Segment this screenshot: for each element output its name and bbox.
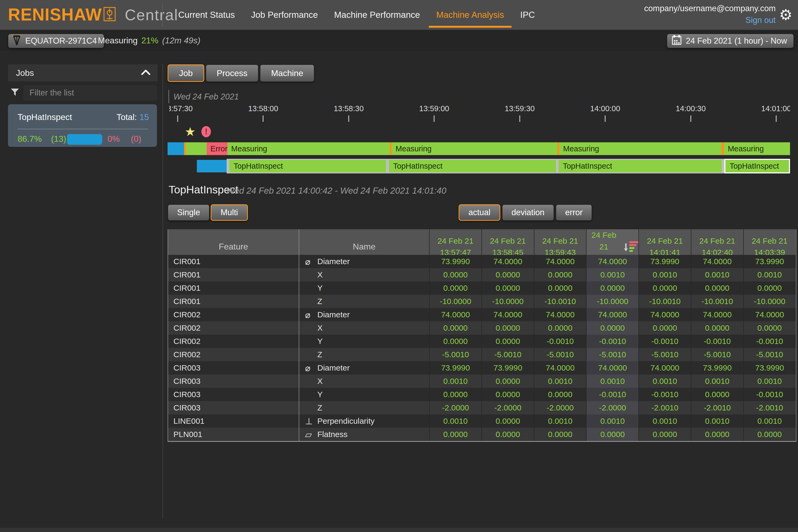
star-marker-icon[interactable]: ★ [185, 125, 195, 139]
sort-descending-icon[interactable] [624, 241, 639, 252]
table-row-cir002-x[interactable]: CIR002X0.00000.00000.00000.00000.00000.0… [168, 321, 796, 335]
error-marker-icon[interactable]: ! [201, 126, 211, 137]
machine-state-segment-green[interactable]: Measuring [724, 142, 790, 155]
machine-state-segment-green[interactable]: Measuring [559, 142, 721, 155]
sign-out-link[interactable]: Sign out [644, 15, 776, 25]
date-range-button[interactable]: 24 Feb 2021 (1 hour) - Now [667, 34, 794, 48]
job-run-segment[interactable]: TopHatInspect [389, 160, 556, 172]
chevron-up-icon[interactable] [141, 70, 151, 76]
name-cell: Z [299, 295, 429, 308]
value-cell: 0.0000 [534, 281, 586, 295]
value-cell: 0.0000 [481, 414, 534, 428]
value-cell: 0.0000 [639, 428, 691, 441]
machine-state-segment-green[interactable]: Measuring [227, 142, 390, 155]
value-cell: -2.0010 [639, 401, 691, 414]
table-row-cir003-diameter[interactable]: CIR003⌀Diameter73.999073.999074.000074.0… [168, 361, 796, 375]
table-row-cir001-x[interactable]: CIR001X0.00000.00000.00000.00100.00100.0… [168, 268, 796, 281]
value-cell: 0.0010 [691, 414, 743, 428]
feature-cell: CIR002 [168, 348, 299, 361]
table-row-cir003-x[interactable]: CIR003X0.00100.00000.00100.00100.00100.0… [168, 375, 796, 388]
gantt-machine-row[interactable]: ErrorMeasuringMeasuringMeasuringMeasurin… [168, 142, 790, 155]
nav-item-machine-performance[interactable]: Machine Performance [327, 0, 428, 30]
value-cell: -2.0000 [429, 401, 481, 414]
value-cell: 0.0000 [691, 281, 743, 295]
machine-state-segment-orange[interactable] [557, 142, 559, 155]
value-cell: 0.0000 [691, 388, 743, 401]
value-tab-deviation[interactable]: deviation [502, 204, 554, 221]
value-cell: -10.0010 [691, 295, 743, 308]
value-cell: 0.0000 [481, 428, 534, 441]
job-setup-segment[interactable] [197, 160, 227, 172]
table-row-cir001-z[interactable]: CIR001Z-10.0000-10.0000-10.0010-10.0000-… [168, 295, 796, 308]
table-row-cir001-diameter[interactable]: CIR001⌀Diameter73.999074.000074.000074.0… [168, 255, 796, 268]
value-cell: -10.0000 [429, 295, 481, 308]
feature-cell: CIR001 [168, 268, 299, 281]
value-tabs: actualdeviationerror [459, 204, 592, 221]
value-cell: 73.9990 [743, 361, 796, 375]
table-row-cir002-y[interactable]: CIR002Y0.00000.0000-0.0010-0.0010-0.0010… [168, 335, 796, 348]
mode-tab-multi[interactable]: Multi [211, 204, 248, 221]
value-cell: -5.0010 [534, 348, 586, 361]
value-cell: -10.0000 [743, 295, 796, 308]
machine-state-segment-green[interactable]: Measuring [392, 142, 557, 155]
jobs-panel-title: Jobs [16, 68, 34, 78]
name-cell: Z [299, 401, 429, 414]
job-card-tophatinspect[interactable]: TopHatInspect Total:15 86.7% (13) 0% (0) [8, 104, 157, 147]
table-row-cir001-y[interactable]: CIR001Y0.00000.00000.00000.00000.00000.0… [168, 281, 796, 295]
tick-mark [519, 115, 520, 122]
machine-state-segment-orange[interactable] [184, 142, 186, 155]
machine-state-segment-green[interactable] [186, 142, 207, 155]
timeline-date-label: Wed 24 Feb 2021 [173, 92, 239, 101]
view-tab-job[interactable]: Job [168, 64, 204, 82]
name-cell: X [299, 375, 429, 388]
mode-tab-single[interactable]: Single [168, 204, 210, 221]
value-cell: 74.0000 [586, 255, 639, 268]
table-row-pln001-flatness[interactable]: PLN001▱Flatness0.00000.00000.00000.00000… [168, 428, 796, 441]
gantt-job-row[interactable]: TopHatInspectTopHatInspectTopHatInspectT… [168, 159, 790, 173]
view-tab-machine[interactable]: Machine [260, 64, 315, 82]
renishaw-central-app: RENISHAW Central Current StatusJob Perfo… [0, 0, 798, 532]
jobs-panel-header[interactable]: Jobs [8, 64, 157, 81]
nav-item-ipc[interactable]: IPC [513, 0, 543, 30]
machine-state-segment-blue[interactable] [168, 142, 184, 155]
view-tab-process[interactable]: Process [206, 64, 259, 82]
renishaw-logo: RENISHAW [8, 5, 102, 24]
name-label: X [317, 270, 323, 279]
table-row-cir002-diameter[interactable]: CIR002⌀Diameter74.000074.000074.000074.0… [168, 308, 796, 321]
value-tab-actual[interactable]: actual [459, 204, 500, 221]
nav-item-job-performance[interactable]: Job Performance [244, 0, 325, 30]
nav-item-machine-analysis[interactable]: Machine Analysis [429, 0, 512, 30]
content-divider [163, 64, 163, 518]
table-row-cir003-z[interactable]: CIR003Z-2.0000-2.0000-2.0000-2.0000-2.00… [168, 401, 796, 414]
settings-gear-icon[interactable]: ⚙ [778, 7, 793, 22]
results-table-body: CIR001⌀Diameter73.999074.000074.000074.0… [168, 255, 796, 441]
tick-mark [776, 115, 777, 122]
value-cell: 74.0000 [691, 255, 743, 268]
table-row-cir002-z[interactable]: CIR002Z-5.0010-5.0010-5.0010-5.0010-5.00… [168, 348, 796, 361]
feature-cell: CIR001 [168, 281, 299, 295]
machine-state-segment-orange[interactable] [390, 142, 392, 155]
machine-state-segment-orange[interactable] [721, 142, 724, 155]
job-run-segment[interactable]: TopHatInspect [558, 160, 722, 172]
machine-state-segment-error[interactable]: Error [207, 142, 227, 155]
job-run-segment[interactable]: TopHatInspect [229, 160, 386, 172]
filter-input[interactable] [23, 84, 157, 101]
table-row-cir003-y[interactable]: CIR003Y0.00000.00000.0000-0.0010-0.00100… [168, 388, 796, 401]
value-cell: -2.0010 [691, 401, 743, 414]
name-label: Diameter [317, 257, 350, 266]
segment-label: Measuring [392, 145, 432, 153]
feature-cell: CIR002 [168, 308, 299, 321]
name-cell: Y [299, 281, 429, 295]
value-tab-error[interactable]: error [556, 204, 592, 221]
view-tabs: JobProcessMachine [168, 64, 315, 82]
table-row-line001-perpendicularity[interactable]: LINE001⊥Perpendicularity0.00100.00000.00… [168, 414, 796, 428]
nav-item-current-status[interactable]: Current Status [171, 0, 242, 30]
feature-cell: LINE001 [168, 414, 299, 428]
job-run-segment-selected[interactable]: TopHatInspect [724, 159, 790, 173]
value-cell: 0.0000 [481, 335, 534, 348]
name-label: X [317, 377, 323, 386]
status-percent: 21% [141, 36, 158, 45]
machine-select-button[interactable]: EQUATOR-2971C4 [8, 34, 104, 48]
segment-label: TopHatInspect [389, 162, 442, 171]
value-cell: 0.0010 [429, 414, 481, 428]
